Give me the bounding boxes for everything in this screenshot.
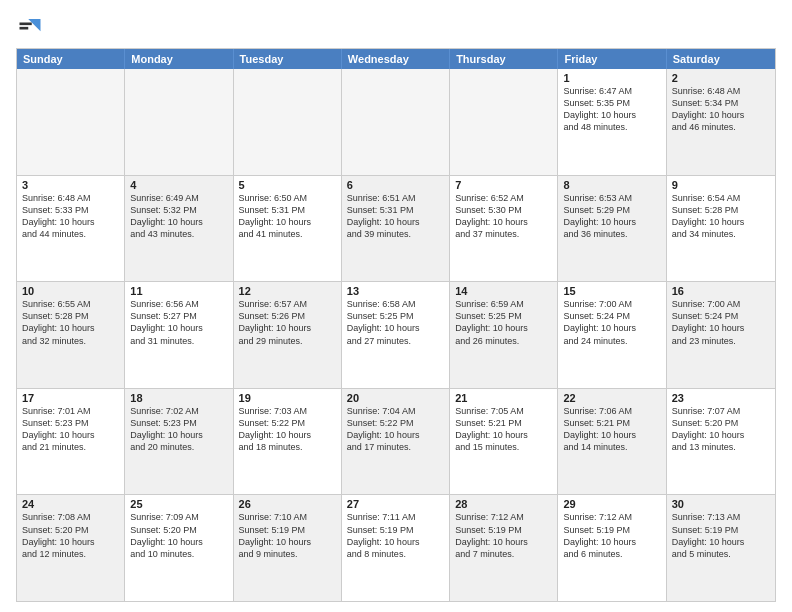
calendar-cell xyxy=(17,69,125,175)
day-number: 24 xyxy=(22,498,119,510)
day-number: 7 xyxy=(455,179,552,191)
calendar-cell: 12Sunrise: 6:57 AM Sunset: 5:26 PM Dayli… xyxy=(234,282,342,388)
day-info: Sunrise: 7:00 AM Sunset: 5:24 PM Dayligh… xyxy=(672,298,770,347)
day-number: 9 xyxy=(672,179,770,191)
day-info: Sunrise: 6:54 AM Sunset: 5:28 PM Dayligh… xyxy=(672,192,770,241)
calendar-cell: 24Sunrise: 7:08 AM Sunset: 5:20 PM Dayli… xyxy=(17,495,125,601)
day-number: 28 xyxy=(455,498,552,510)
day-number: 14 xyxy=(455,285,552,297)
calendar-cell: 7Sunrise: 6:52 AM Sunset: 5:30 PM Daylig… xyxy=(450,176,558,282)
calendar-header-cell: Wednesday xyxy=(342,49,450,69)
calendar-header: SundayMondayTuesdayWednesdayThursdayFrid… xyxy=(17,49,775,69)
calendar-cell: 4Sunrise: 6:49 AM Sunset: 5:32 PM Daylig… xyxy=(125,176,233,282)
calendar-body: 1Sunrise: 6:47 AM Sunset: 5:35 PM Daylig… xyxy=(17,69,775,601)
calendar-cell: 26Sunrise: 7:10 AM Sunset: 5:19 PM Dayli… xyxy=(234,495,342,601)
calendar-header-cell: Friday xyxy=(558,49,666,69)
calendar-row: 10Sunrise: 6:55 AM Sunset: 5:28 PM Dayli… xyxy=(17,281,775,388)
day-info: Sunrise: 7:08 AM Sunset: 5:20 PM Dayligh… xyxy=(22,511,119,560)
day-number: 11 xyxy=(130,285,227,297)
calendar-row: 1Sunrise: 6:47 AM Sunset: 5:35 PM Daylig… xyxy=(17,69,775,175)
day-number: 17 xyxy=(22,392,119,404)
calendar-header-cell: Saturday xyxy=(667,49,775,69)
day-number: 22 xyxy=(563,392,660,404)
day-info: Sunrise: 6:57 AM Sunset: 5:26 PM Dayligh… xyxy=(239,298,336,347)
calendar-cell: 18Sunrise: 7:02 AM Sunset: 5:23 PM Dayli… xyxy=(125,389,233,495)
day-number: 3 xyxy=(22,179,119,191)
calendar-header-cell: Sunday xyxy=(17,49,125,69)
calendar-cell: 16Sunrise: 7:00 AM Sunset: 5:24 PM Dayli… xyxy=(667,282,775,388)
day-info: Sunrise: 6:48 AM Sunset: 5:33 PM Dayligh… xyxy=(22,192,119,241)
day-number: 19 xyxy=(239,392,336,404)
calendar-cell: 6Sunrise: 6:51 AM Sunset: 5:31 PM Daylig… xyxy=(342,176,450,282)
calendar-cell: 22Sunrise: 7:06 AM Sunset: 5:21 PM Dayli… xyxy=(558,389,666,495)
day-info: Sunrise: 7:04 AM Sunset: 5:22 PM Dayligh… xyxy=(347,405,444,454)
calendar-cell: 23Sunrise: 7:07 AM Sunset: 5:20 PM Dayli… xyxy=(667,389,775,495)
day-number: 15 xyxy=(563,285,660,297)
calendar-cell: 19Sunrise: 7:03 AM Sunset: 5:22 PM Dayli… xyxy=(234,389,342,495)
calendar-cell: 3Sunrise: 6:48 AM Sunset: 5:33 PM Daylig… xyxy=(17,176,125,282)
day-info: Sunrise: 6:56 AM Sunset: 5:27 PM Dayligh… xyxy=(130,298,227,347)
calendar-row: 24Sunrise: 7:08 AM Sunset: 5:20 PM Dayli… xyxy=(17,494,775,601)
calendar-cell: 15Sunrise: 7:00 AM Sunset: 5:24 PM Dayli… xyxy=(558,282,666,388)
calendar-cell: 5Sunrise: 6:50 AM Sunset: 5:31 PM Daylig… xyxy=(234,176,342,282)
day-info: Sunrise: 7:11 AM Sunset: 5:19 PM Dayligh… xyxy=(347,511,444,560)
day-info: Sunrise: 7:09 AM Sunset: 5:20 PM Dayligh… xyxy=(130,511,227,560)
day-number: 10 xyxy=(22,285,119,297)
day-number: 2 xyxy=(672,72,770,84)
day-info: Sunrise: 6:48 AM Sunset: 5:34 PM Dayligh… xyxy=(672,85,770,134)
day-number: 30 xyxy=(672,498,770,510)
day-info: Sunrise: 7:03 AM Sunset: 5:22 PM Dayligh… xyxy=(239,405,336,454)
day-info: Sunrise: 7:12 AM Sunset: 5:19 PM Dayligh… xyxy=(563,511,660,560)
day-number: 16 xyxy=(672,285,770,297)
day-number: 25 xyxy=(130,498,227,510)
day-number: 6 xyxy=(347,179,444,191)
calendar-cell xyxy=(125,69,233,175)
day-info: Sunrise: 7:06 AM Sunset: 5:21 PM Dayligh… xyxy=(563,405,660,454)
calendar: SundayMondayTuesdayWednesdayThursdayFrid… xyxy=(16,48,776,602)
day-info: Sunrise: 6:55 AM Sunset: 5:28 PM Dayligh… xyxy=(22,298,119,347)
day-info: Sunrise: 7:13 AM Sunset: 5:19 PM Dayligh… xyxy=(672,511,770,560)
day-info: Sunrise: 6:53 AM Sunset: 5:29 PM Dayligh… xyxy=(563,192,660,241)
header xyxy=(16,12,776,40)
day-number: 29 xyxy=(563,498,660,510)
day-info: Sunrise: 6:52 AM Sunset: 5:30 PM Dayligh… xyxy=(455,192,552,241)
day-number: 26 xyxy=(239,498,336,510)
day-number: 1 xyxy=(563,72,660,84)
day-info: Sunrise: 7:00 AM Sunset: 5:24 PM Dayligh… xyxy=(563,298,660,347)
svg-rect-3 xyxy=(20,27,29,30)
calendar-cell: 10Sunrise: 6:55 AM Sunset: 5:28 PM Dayli… xyxy=(17,282,125,388)
logo-icon xyxy=(16,12,44,40)
calendar-cell: 21Sunrise: 7:05 AM Sunset: 5:21 PM Dayli… xyxy=(450,389,558,495)
day-info: Sunrise: 6:49 AM Sunset: 5:32 PM Dayligh… xyxy=(130,192,227,241)
calendar-cell: 17Sunrise: 7:01 AM Sunset: 5:23 PM Dayli… xyxy=(17,389,125,495)
calendar-header-cell: Monday xyxy=(125,49,233,69)
calendar-cell: 9Sunrise: 6:54 AM Sunset: 5:28 PM Daylig… xyxy=(667,176,775,282)
day-number: 4 xyxy=(130,179,227,191)
calendar-cell xyxy=(342,69,450,175)
day-info: Sunrise: 7:10 AM Sunset: 5:19 PM Dayligh… xyxy=(239,511,336,560)
day-number: 5 xyxy=(239,179,336,191)
day-info: Sunrise: 6:59 AM Sunset: 5:25 PM Dayligh… xyxy=(455,298,552,347)
calendar-row: 17Sunrise: 7:01 AM Sunset: 5:23 PM Dayli… xyxy=(17,388,775,495)
calendar-cell: 2Sunrise: 6:48 AM Sunset: 5:34 PM Daylig… xyxy=(667,69,775,175)
calendar-row: 3Sunrise: 6:48 AM Sunset: 5:33 PM Daylig… xyxy=(17,175,775,282)
svg-rect-2 xyxy=(20,23,32,26)
calendar-cell: 29Sunrise: 7:12 AM Sunset: 5:19 PM Dayli… xyxy=(558,495,666,601)
logo xyxy=(16,12,48,40)
calendar-cell: 13Sunrise: 6:58 AM Sunset: 5:25 PM Dayli… xyxy=(342,282,450,388)
day-info: Sunrise: 6:50 AM Sunset: 5:31 PM Dayligh… xyxy=(239,192,336,241)
day-number: 20 xyxy=(347,392,444,404)
day-number: 21 xyxy=(455,392,552,404)
calendar-cell: 8Sunrise: 6:53 AM Sunset: 5:29 PM Daylig… xyxy=(558,176,666,282)
calendar-cell: 25Sunrise: 7:09 AM Sunset: 5:20 PM Dayli… xyxy=(125,495,233,601)
day-info: Sunrise: 7:07 AM Sunset: 5:20 PM Dayligh… xyxy=(672,405,770,454)
day-info: Sunrise: 6:51 AM Sunset: 5:31 PM Dayligh… xyxy=(347,192,444,241)
calendar-cell: 20Sunrise: 7:04 AM Sunset: 5:22 PM Dayli… xyxy=(342,389,450,495)
day-info: Sunrise: 7:02 AM Sunset: 5:23 PM Dayligh… xyxy=(130,405,227,454)
calendar-cell: 11Sunrise: 6:56 AM Sunset: 5:27 PM Dayli… xyxy=(125,282,233,388)
day-number: 18 xyxy=(130,392,227,404)
calendar-cell xyxy=(234,69,342,175)
calendar-cell: 28Sunrise: 7:12 AM Sunset: 5:19 PM Dayli… xyxy=(450,495,558,601)
day-number: 23 xyxy=(672,392,770,404)
day-number: 8 xyxy=(563,179,660,191)
